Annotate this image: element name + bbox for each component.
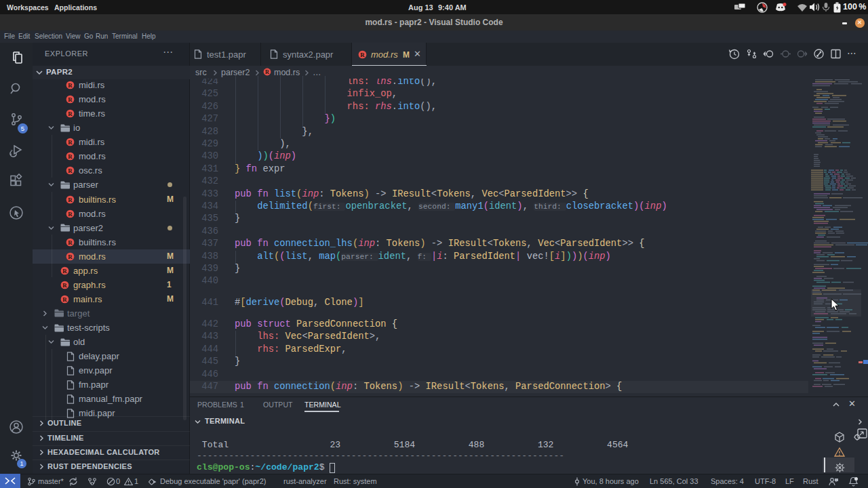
svg-text:R: R — [265, 69, 269, 75]
svg-text:R: R — [68, 239, 73, 245]
svg-text:R: R — [360, 51, 365, 58]
svg-text:R: R — [68, 210, 73, 217]
svg-text:R: R — [68, 82, 73, 89]
svg-text:R: R — [62, 282, 67, 289]
svg-text:R: R — [68, 96, 73, 103]
svg-text:R: R — [68, 139, 73, 146]
svg-text:R: R — [68, 153, 73, 160]
svg-text:R: R — [68, 110, 73, 117]
svg-text:R: R — [68, 253, 73, 260]
svg-text:R: R — [62, 267, 67, 274]
svg-text:R: R — [68, 167, 73, 174]
svg-text:R: R — [68, 196, 73, 203]
svg-text:R: R — [62, 296, 67, 303]
